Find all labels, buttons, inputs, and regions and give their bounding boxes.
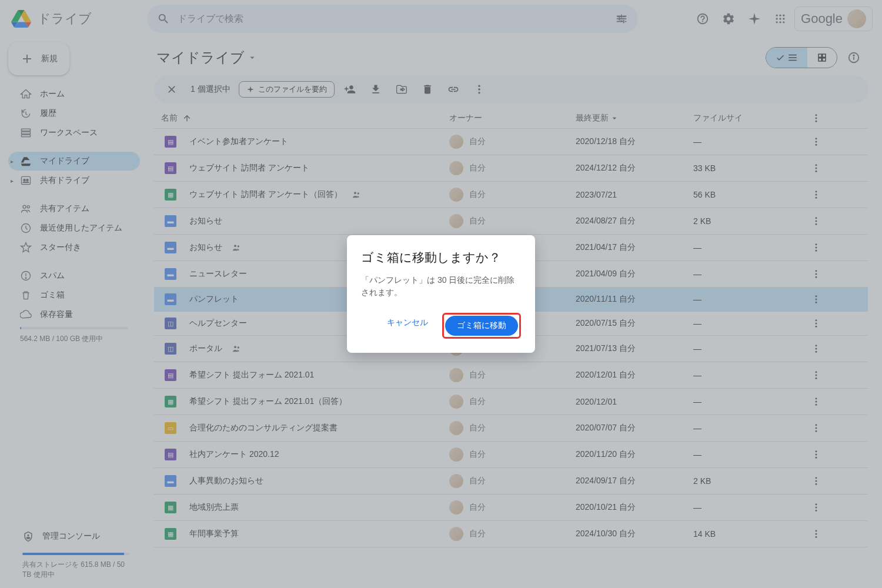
- confirm-dialog: ゴミ箱に移動しますか？ 「パンフレット」は 30 日後に完全に削除されます。 キ…: [347, 235, 535, 353]
- cancel-button[interactable]: キャンセル: [377, 313, 437, 339]
- dialog-actions: キャンセル ゴミ箱に移動: [361, 313, 521, 339]
- highlight-annotation: ゴミ箱に移動: [442, 313, 521, 339]
- modal-overlay: ゴミ箱に移動しますか？ 「パンフレット」は 30 日後に完全に削除されます。 キ…: [0, 0, 882, 588]
- confirm-button[interactable]: ゴミ箱に移動: [445, 316, 518, 336]
- dialog-title: ゴミ箱に移動しますか？: [361, 249, 521, 266]
- dialog-body: 「パンフレット」は 30 日後に完全に削除されます。: [361, 274, 521, 299]
